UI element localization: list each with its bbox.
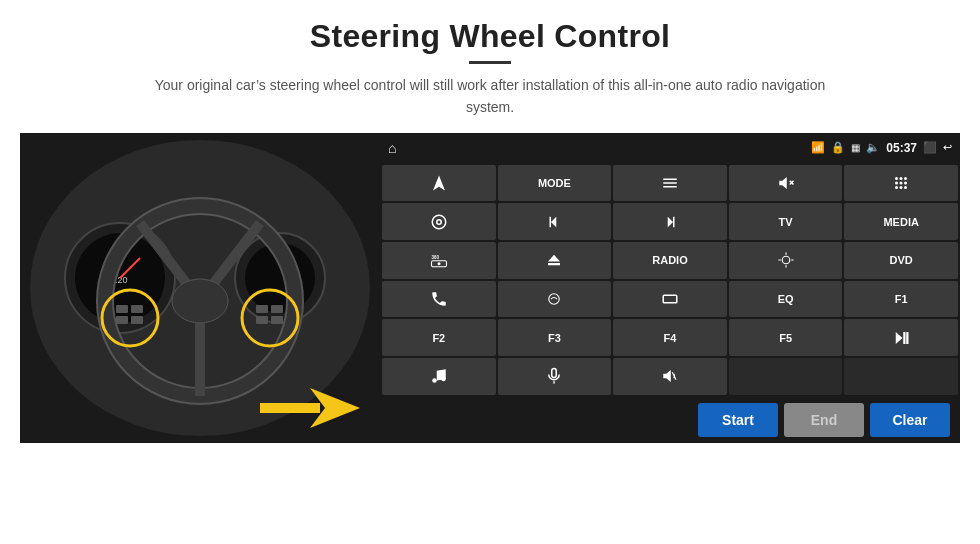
svg-point-36 [895, 182, 898, 185]
svg-point-40 [900, 186, 903, 189]
status-time: 05:37 [886, 141, 917, 155]
svg-point-53 [782, 257, 790, 265]
svg-marker-67 [663, 370, 671, 382]
svg-marker-46 [668, 217, 673, 228]
clear-button[interactable]: Clear [870, 403, 950, 437]
svg-marker-44 [551, 217, 556, 228]
btn-rectangle[interactable] [613, 281, 727, 318]
btn-brightness[interactable] [729, 242, 843, 279]
svg-rect-25 [260, 403, 320, 413]
btn-list[interactable] [613, 165, 727, 202]
page-container: Steering Wheel Control Your original car… [0, 0, 980, 544]
wifi-icon: 📶 [811, 141, 825, 154]
home-icon: ⌂ [388, 140, 396, 156]
svg-point-58 [549, 294, 560, 305]
back-icon: ↩ [943, 141, 952, 154]
svg-point-33 [895, 177, 898, 180]
end-button[interactable]: End [784, 403, 864, 437]
btn-mute[interactable] [729, 165, 843, 202]
btn-eq[interactable]: EQ [729, 281, 843, 318]
btn-f1[interactable]: F1 [844, 281, 958, 318]
btn-mode[interactable]: MODE [498, 165, 612, 202]
svg-point-64 [441, 377, 446, 382]
svg-marker-26 [433, 176, 445, 191]
status-right: 📶 🔒 ▦ 🔈 05:37 ⬛ ↩ [811, 141, 952, 155]
svg-rect-45 [550, 217, 552, 228]
svg-rect-62 [906, 332, 908, 344]
btn-360cam[interactable]: 360 [382, 242, 496, 279]
svg-rect-61 [903, 332, 905, 344]
svg-rect-23 [271, 316, 283, 324]
btn-media[interactable]: MEDIA [844, 203, 958, 240]
btn-navigate[interactable] [382, 165, 496, 202]
btn-empty-2 [844, 358, 958, 395]
svg-point-42 [432, 215, 446, 229]
svg-marker-51 [548, 255, 560, 262]
svg-point-37 [900, 182, 903, 185]
sim-icon: ▦ [851, 142, 860, 153]
svg-rect-29 [663, 186, 677, 188]
btn-phone[interactable] [382, 281, 496, 318]
svg-rect-65 [552, 369, 557, 378]
content-row: 120 [20, 133, 960, 453]
svg-text:360: 360 [431, 256, 439, 261]
svg-rect-18 [131, 316, 143, 324]
page-title: Steering Wheel Control [310, 18, 670, 55]
svg-point-35 [904, 177, 907, 180]
btn-swipe[interactable] [498, 281, 612, 318]
page-subtitle: Your original car’s steering wheel contr… [140, 74, 840, 119]
btn-apps[interactable] [844, 165, 958, 202]
btn-eject[interactable] [498, 242, 612, 279]
svg-rect-20 [256, 305, 268, 313]
btn-f5[interactable]: F5 [729, 319, 843, 356]
svg-point-13 [172, 279, 228, 323]
btn-radio[interactable]: RADIO [613, 242, 727, 279]
svg-rect-16 [116, 316, 128, 324]
btn-settings[interactable] [382, 203, 496, 240]
svg-rect-52 [548, 263, 560, 265]
steering-wheel-image: 120 [20, 133, 380, 443]
svg-marker-60 [896, 332, 903, 344]
btn-next[interactable] [613, 203, 727, 240]
status-left: ⌂ [388, 140, 396, 156]
svg-rect-22 [271, 305, 283, 313]
btn-dvd[interactable]: DVD [844, 242, 958, 279]
svg-rect-59 [663, 295, 677, 303]
svg-point-43 [437, 220, 442, 225]
svg-point-63 [432, 379, 437, 384]
svg-rect-15 [116, 305, 128, 313]
cast-icon: ⬛ [923, 141, 937, 154]
btn-vol-phone[interactable] [613, 358, 727, 395]
radio-panel: ⌂ 📶 🔒 ▦ 🔈 05:37 ⬛ ↩ [380, 133, 960, 443]
svg-point-38 [904, 182, 907, 185]
btn-microphone[interactable] [498, 358, 612, 395]
btn-empty-1 [729, 358, 843, 395]
btn-f2[interactable]: F2 [382, 319, 496, 356]
btn-tv[interactable]: TV [729, 203, 843, 240]
svg-rect-47 [673, 217, 675, 228]
svg-marker-30 [779, 177, 787, 189]
start-button[interactable]: Start [698, 403, 778, 437]
bluetooth-icon: 🔈 [866, 141, 880, 154]
bottom-bar: Start End Clear [380, 397, 960, 443]
btn-music[interactable] [382, 358, 496, 395]
btn-playpause[interactable] [844, 319, 958, 356]
title-divider [469, 61, 511, 64]
svg-rect-21 [256, 316, 268, 324]
button-grid: MODE [380, 163, 960, 397]
btn-f4[interactable]: F4 [613, 319, 727, 356]
svg-rect-28 [663, 182, 677, 184]
svg-point-34 [900, 177, 903, 180]
svg-point-41 [904, 186, 907, 189]
svg-rect-17 [131, 305, 143, 313]
svg-point-39 [895, 186, 898, 189]
lock-icon: 🔒 [831, 141, 845, 154]
btn-prev[interactable] [498, 203, 612, 240]
status-bar: ⌂ 📶 🔒 ▦ 🔈 05:37 ⬛ ↩ [380, 133, 960, 163]
btn-f3[interactable]: F3 [498, 319, 612, 356]
svg-point-50 [437, 263, 440, 266]
svg-line-68 [672, 373, 676, 381]
svg-rect-27 [663, 179, 677, 181]
